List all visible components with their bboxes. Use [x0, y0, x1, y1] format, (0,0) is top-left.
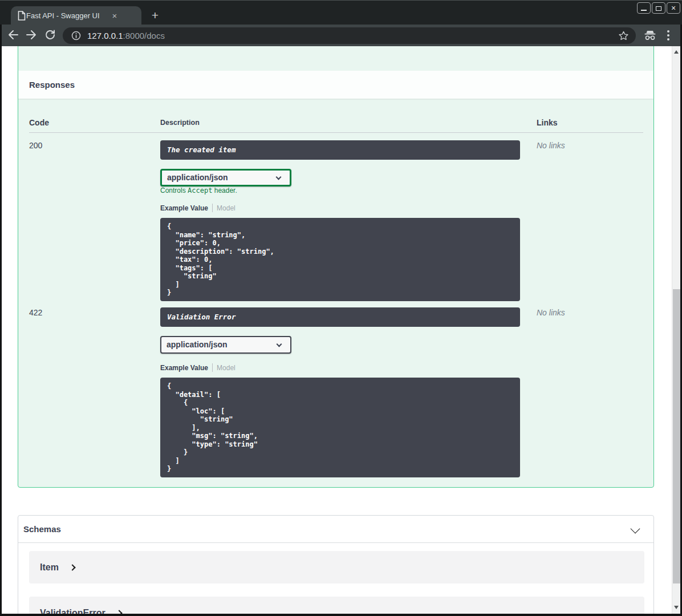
tab-example-value-200[interactable]: Example Value	[160, 204, 208, 212]
example-json-422: { "detail": [ { "loc": [ "string" ], "ms…	[160, 378, 520, 477]
window-frame-left	[0, 25, 2, 616]
schema-validationerror-name: ValidationError	[40, 608, 105, 614]
response-code-200: 200	[29, 141, 42, 150]
response-links-422: No links	[537, 308, 565, 317]
schemas-title: Schemas	[23, 524, 61, 534]
controls-accept-note: Controls Accept header.	[160, 187, 237, 194]
incognito-icon[interactable]	[643, 30, 657, 41]
minimize-button[interactable]	[637, 2, 651, 14]
tab-example-value-422[interactable]: Example Value	[160, 364, 208, 372]
minimize-icon	[641, 10, 647, 11]
expand-chevron-icon	[69, 564, 75, 570]
url-text: 127.0.0.1:8000/docs	[87, 31, 165, 40]
chevron-down-icon	[277, 342, 282, 347]
tab-close-icon[interactable]: ×	[109, 10, 120, 22]
column-header-links: Links	[537, 118, 558, 127]
chevron-down-icon	[276, 175, 282, 180]
response-description-422: Validation Error	[160, 307, 520, 327]
bookmark-star-icon[interactable]	[618, 30, 629, 41]
example-json-422-text: { "detail": [ { "loc": [ "string" ], "ms…	[160, 378, 520, 478]
example-json-200: { "name": "string", "price": 0, "descrip…	[160, 218, 520, 301]
schema-item[interactable]: Item	[29, 551, 644, 583]
browser-toolbar: 127.0.0.1:8000/docs	[0, 25, 682, 46]
tab-separator	[212, 363, 213, 372]
url-host: 127.0.0.1	[87, 31, 123, 40]
browser-menu-icon[interactable]	[663, 29, 673, 42]
close-window-icon: ×	[671, 3, 676, 13]
example-model-tabs-422: Example Value Model	[160, 363, 236, 372]
media-type-value-422: application/json	[167, 340, 228, 349]
scroll-up-arrow-icon[interactable]	[674, 50, 679, 54]
media-type-value-200: application/json	[167, 173, 228, 182]
media-type-select-422[interactable]: application/json	[160, 336, 291, 354]
tab-title: Fast API - Swagger UI	[26, 11, 100, 20]
schemas-section: Schemas Item ValidationError	[18, 515, 654, 614]
response-links-200: No links	[537, 141, 565, 150]
column-header-description: Description	[160, 119, 200, 127]
example-json-200-text: { "name": "string", "price": 0, "descrip…	[160, 218, 520, 302]
address-bar[interactable]: 127.0.0.1:8000/docs	[63, 27, 636, 44]
schema-validationerror[interactable]: ValidationError	[29, 597, 644, 614]
maximize-button[interactable]	[652, 2, 665, 14]
table-header-divider	[29, 132, 643, 133]
swagger-page: Responses Code Description Links 200 No …	[0, 46, 682, 614]
page-favicon-icon	[18, 11, 26, 21]
new-tab-button[interactable]: +	[148, 9, 163, 23]
schema-item-name: Item	[40, 562, 59, 573]
window-frame-bottom	[0, 614, 682, 616]
column-header-code: Code	[29, 118, 49, 127]
expand-chevron-icon	[116, 610, 122, 614]
schemas-header[interactable]: Schemas	[18, 516, 653, 543]
page-scrollbar[interactable]	[672, 46, 680, 614]
tab-model-422[interactable]: Model	[217, 364, 236, 372]
accept-header-code: Accept	[188, 187, 212, 194]
reload-button[interactable]	[44, 29, 56, 40]
responses-section-header: Responses	[18, 71, 653, 99]
url-path: :8000/docs	[123, 31, 165, 40]
forward-button[interactable]	[26, 29, 37, 40]
maximize-icon	[656, 6, 661, 11]
tab-separator	[212, 204, 213, 212]
back-button[interactable]	[7, 29, 19, 40]
scrollbar-thumb[interactable]	[673, 289, 680, 583]
media-type-select-200[interactable]: application/json	[160, 169, 291, 187]
collapse-chevron-icon[interactable]	[631, 524, 640, 534]
site-info-icon[interactable]	[71, 31, 81, 40]
scroll-down-arrow-icon[interactable]	[674, 606, 679, 609]
browser-window: Fast API - Swagger UI × + × 127.0.0.1:80…	[0, 0, 682, 616]
close-window-button[interactable]: ×	[667, 2, 680, 14]
title-bar: Fast API - Swagger UI × + ×	[0, 0, 682, 25]
response-code-422: 422	[29, 308, 42, 317]
example-model-tabs-200: Example Value Model	[160, 204, 236, 212]
responses-title: Responses	[29, 80, 75, 90]
response-description-200: The created item	[160, 140, 520, 160]
tab-model-200[interactable]: Model	[217, 204, 236, 212]
browser-tab[interactable]: Fast API - Swagger UI ×	[11, 6, 141, 25]
